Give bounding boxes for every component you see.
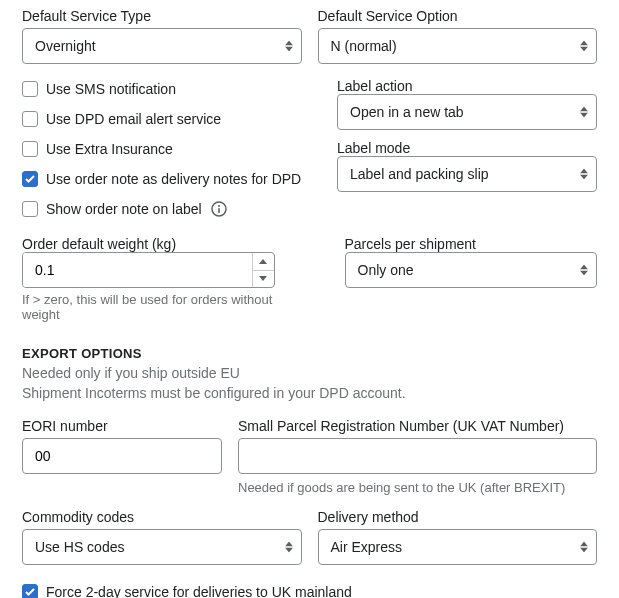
sms-checkbox[interactable] <box>22 81 38 97</box>
default-service-type-label: Default Service Type <box>22 8 302 24</box>
chevron-updown-icon <box>580 265 588 276</box>
default-service-option-value: N (normal) <box>331 38 397 54</box>
dpd-email-checkbox[interactable] <box>22 111 38 127</box>
default-service-option-label: Default Service Option <box>318 8 598 24</box>
svg-point-1 <box>218 205 220 207</box>
weight-input[interactable] <box>23 253 252 287</box>
weight-step-down[interactable] <box>253 271 274 288</box>
export-sub2: Shipment Incoterms must be configured in… <box>22 383 597 403</box>
chevron-updown-icon <box>580 107 588 118</box>
weight-help: If > zero, this will be used for orders … <box>22 292 275 322</box>
sprn-help: Needed if goods are being sent to the UK… <box>238 480 597 495</box>
export-sub1: Needed only if you ship outside EU <box>22 363 597 383</box>
delivery-value: Air Express <box>331 539 403 555</box>
default-service-type-value: Overnight <box>35 38 96 54</box>
label-action-label: Label action <box>337 78 413 94</box>
svg-rect-2 <box>218 208 220 213</box>
delivery-select[interactable]: Air Express <box>318 529 598 565</box>
commodity-label: Commodity codes <box>22 509 302 525</box>
weight-step-up[interactable] <box>253 253 274 271</box>
sms-checkbox-label: Use SMS notification <box>46 81 176 97</box>
parcels-label: Parcels per shipment <box>345 236 477 252</box>
sprn-label: Small Parcel Registration Number (UK VAT… <box>238 418 597 434</box>
force-2day-checkbox[interactable] <box>22 584 38 598</box>
chevron-updown-icon <box>285 541 293 552</box>
chevron-updown-icon <box>580 41 588 52</box>
delivery-label: Delivery method <box>318 509 598 525</box>
show-note-checkbox[interactable] <box>22 201 38 217</box>
default-service-type-select[interactable]: Overnight <box>22 28 302 64</box>
force-2day-label: Force 2-day service for deliveries to UK… <box>46 584 352 598</box>
order-note-checkbox-label: Use order note as delivery notes for DPD <box>46 171 301 187</box>
label-mode-select[interactable]: Label and packing slip <box>337 156 597 192</box>
chevron-updown-icon <box>580 541 588 552</box>
parcels-value: Only one <box>358 262 414 278</box>
extra-insurance-checkbox[interactable] <box>22 141 38 157</box>
order-note-checkbox[interactable] <box>22 171 38 187</box>
default-service-option-select[interactable]: N (normal) <box>318 28 598 64</box>
dpd-email-checkbox-label: Use DPD email alert service <box>46 111 221 127</box>
label-mode-label: Label mode <box>337 140 410 156</box>
extra-insurance-checkbox-label: Use Extra Insurance <box>46 141 173 157</box>
chevron-updown-icon <box>580 169 588 180</box>
parcels-select[interactable]: Only one <box>345 252 598 288</box>
export-heading: EXPORT OPTIONS <box>22 346 597 361</box>
label-action-select[interactable]: Open in a new tab <box>337 94 597 130</box>
eori-label: EORI number <box>22 418 222 434</box>
chevron-updown-icon <box>285 41 293 52</box>
label-mode-value: Label and packing slip <box>350 166 489 182</box>
eori-input[interactable] <box>22 438 222 474</box>
commodity-value: Use HS codes <box>35 539 124 555</box>
weight-label: Order default weight (kg) <box>22 236 176 252</box>
commodity-select[interactable]: Use HS codes <box>22 529 302 565</box>
info-icon[interactable] <box>210 200 228 218</box>
show-note-checkbox-label: Show order note on label <box>46 201 202 217</box>
label-action-value: Open in a new tab <box>350 104 464 120</box>
weight-input-wrap <box>22 252 275 288</box>
sprn-input[interactable] <box>238 438 597 474</box>
